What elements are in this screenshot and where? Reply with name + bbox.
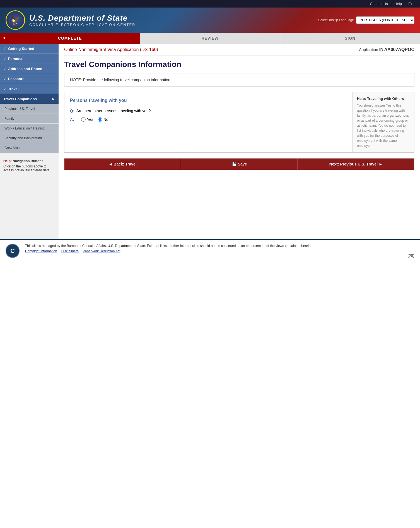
check-icon-passport: ✓ [3,77,6,81]
radio-no-label[interactable]: No [98,117,108,122]
check-icon-personal: ✓ [3,57,6,61]
main-content: Online Nonimmigrant Visa Application (DS… [59,44,420,181]
sidebar-item-travel-companions[interactable]: Travel Companions ► [0,94,59,104]
sidebar: ✓ Getting Started ✓ Personal ✓ Address a… [0,44,59,239]
radio-yes-label[interactable]: Yes [81,117,93,122]
next-button[interactable]: Next: Previous U.S. Travel ► [298,159,414,170]
sidebar-item-address-phone[interactable]: ✓ Address and Phone [0,64,59,74]
footer-logo: C [6,244,20,258]
sidebar-label-travel-companions: Travel Companions [3,97,37,101]
radio-no[interactable] [98,117,102,122]
sidebar-item-getting-started[interactable]: ✓ Getting Started [0,44,59,54]
step-sign[interactable]: SIGN [280,33,420,44]
page-number: (28) [407,253,414,258]
form-left-panel: Persons traveling with you Q: Are there … [64,92,353,152]
department-seal: 🦅 [6,10,25,30]
language-dropdown[interactable]: PORTUGUÊS (PORTUGUESE) ENGLISH ESPAÑOL (… [356,16,414,24]
page-title: Travel Companions Information [64,60,414,69]
paperwork-link[interactable]: Paperwork Reduction Act [83,249,120,253]
sidebar-label-travel: Travel [8,87,19,91]
sidebar-label-previous-us: Previous U.S. Travel [4,107,35,111]
language-label: Select Tooltip Language [318,18,354,22]
sidebar-help-title: Help: Navigation Buttons [3,159,55,163]
save-button[interactable]: 💾 Save [181,159,298,170]
answer-label: A: [70,117,74,122]
header-right-block: Select Tooltip Language PORTUGUÊS (PORTU… [318,16,414,24]
sidebar-item-work-education[interactable]: Work / Education / Training [0,124,59,133]
radio-yes[interactable] [81,117,86,122]
check-icon: ✓ [3,47,6,51]
form-help-panel: Help: Traveling with Others You should a… [353,92,414,152]
sidebar-label-crew-visa: Crew Visa [4,146,20,150]
help-box-text: You should answer Yes to this question i… [357,103,410,148]
sidebar-item-travel[interactable]: ✓ Travel [0,84,59,94]
sidebar-label-personal: Personal [8,57,23,61]
question-row: Q: Are there other persons traveling wit… [70,109,347,113]
question-label: Q: [70,109,74,113]
contact-us-link[interactable]: Contact Us [370,2,388,6]
arrow-icon: ► [52,97,55,101]
sidebar-item-personal[interactable]: ✓ Personal [0,54,59,64]
top-navigation: Contact Us | Help | Exit [0,0,420,8]
yes-text: Yes [87,117,93,122]
sidebar-item-passport[interactable]: ✓ Passport [0,74,59,84]
note-box: NOTE: Provide the following travel compa… [64,73,414,87]
separator-2: | [405,2,405,6]
sidebar-item-previous-us-travel[interactable]: Previous U.S. Travel [0,104,59,114]
no-text: No [103,117,108,122]
form-section: Persons traveling with you Q: Are there … [64,92,414,153]
help-box-title: Help: Traveling with Others [357,97,410,101]
footer-text-block: This site is managed by the Bureau of Co… [25,244,402,253]
step-complete[interactable]: COMPLETE [0,33,140,44]
progress-bar: COMPLETE REVIEW SIGN [0,33,420,44]
help-link[interactable]: Help [394,2,402,6]
site-footer: C This site is managed by the Bureau of … [0,239,420,262]
form-section-inner: Persons traveling with you Q: Are there … [64,92,414,152]
back-button[interactable]: ◄ Back: Travel [64,159,181,170]
sidebar-label-family: Family [4,117,14,121]
sidebar-label-security: Security and Background [4,136,42,140]
sidebar-help-block: Help: Navigation Buttons Click on the bu… [0,156,59,176]
sidebar-label-getting-started: Getting Started [8,47,34,51]
application-header: Online Nonimmigrant Visa Application (DS… [64,44,414,56]
sidebar-item-crew-visa[interactable]: Crew Visa [0,143,59,153]
site-title-block: U.S. Department of State CONSULAR ELECTR… [29,14,318,27]
note-text: NOTE: Provide the following travel compa… [70,78,171,82]
navigation-buttons: ◄ Back: Travel 💾 Save Next: Previous U.S… [64,158,414,170]
sidebar-label-work-education: Work / Education / Training [4,126,45,130]
check-icon-travel: ✓ [3,87,6,91]
sidebar-label-address: Address and Phone [8,67,42,71]
app-title: Online Nonimmigrant Visa Application (DS… [64,47,158,52]
footer-description: This site is managed by the Bureau of Co… [25,244,402,248]
sidebar-label-passport: Passport [8,77,24,81]
separator-1: | [391,2,392,6]
exit-link[interactable]: Exit [408,2,414,6]
save-icon: 💾 [232,162,236,166]
main-layout: ✓ Getting Started ✓ Personal ✓ Address a… [0,44,420,239]
language-selector-block: Select Tooltip Language PORTUGUÊS (PORTU… [318,16,414,24]
app-id-block: Application ID AA007AQPOC [359,47,414,52]
check-icon-address: ✓ [3,67,6,71]
application-center-name: CONSULAR ELECTRONIC APPLICATION CENTER [29,23,318,27]
site-header: 🦅 U.S. Department of State CONSULAR ELEC… [0,8,420,33]
app-id-value: AA007AQPOC [384,47,414,52]
footer-links: Copyright Information Disclaimers Paperw… [25,249,402,253]
disclaimers-link[interactable]: Disclaimers [61,249,79,253]
sidebar-item-family[interactable]: Family [0,114,59,124]
question-text: Are there other persons traveling with y… [76,109,151,113]
sidebar-item-security-background[interactable]: Security and Background [0,133,59,143]
section-subtitle: Persons traveling with you [70,98,347,103]
step-review[interactable]: REVIEW [140,33,280,44]
department-name: U.S. Department of State [29,14,318,23]
copyright-link[interactable]: Copyright Information [25,249,57,253]
answer-row: A: Yes No [70,117,347,122]
sidebar-help-text: Click on the buttons above to access pre… [3,164,55,172]
